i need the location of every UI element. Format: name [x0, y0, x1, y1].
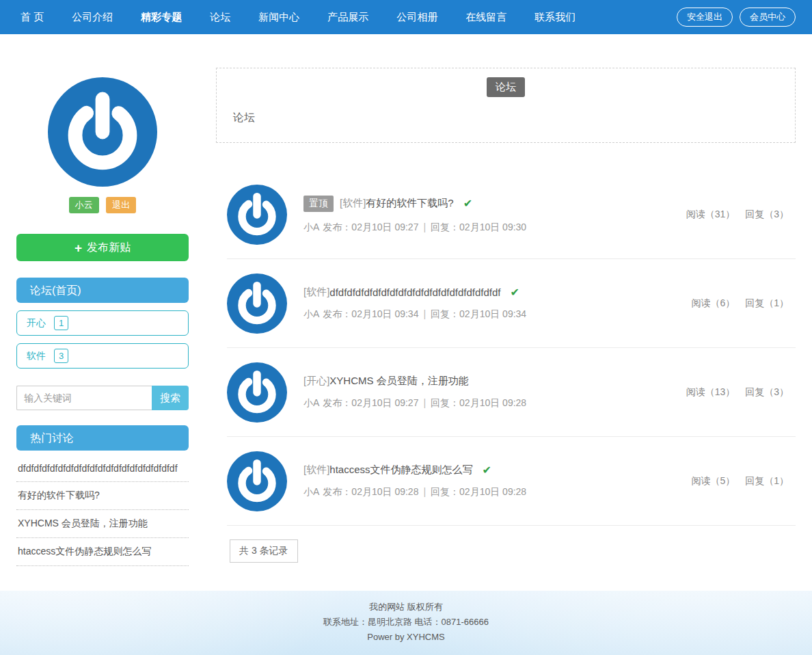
reply-count: 回复（1） — [745, 297, 789, 308]
category-list: 开心 1 软件 3 — [16, 310, 189, 369]
category-name: 软件 — [27, 350, 46, 362]
post-title-line: [开心] XYHCMS 会员登陆，注册功能 — [303, 375, 526, 388]
nav-menu: 首 页 公司介绍 精彩专题 论坛 新闻中心 产品展示 公司相册 在线留言 联系我… — [16, 11, 599, 24]
post-main: [软件] dfdfdfdfdfdfdfdfdfdfdfdfdfdfdfdfdfd… — [303, 286, 526, 321]
top-navbar: 首 页 公司介绍 精彩专题 论坛 新闻中心 产品展示 公司相册 在线留言 联系我… — [0, 0, 812, 34]
search-input[interactable] — [16, 386, 152, 410]
nav-menu-item[interactable]: 公司介绍 — [68, 11, 117, 24]
search-bar: 搜索 — [16, 386, 189, 410]
forum-post-row[interactable]: [开心] XYHCMS 会员登陆，注册功能 小A发布：02月10日 09:27|… — [227, 348, 796, 437]
nav-menu-item[interactable]: 公司相册 — [392, 11, 442, 24]
post-meta: 小A发布：02月10日 09:27|回复：02月10日 09:30 — [303, 222, 526, 234]
main-content: 论坛 论坛 置顶 [软件] 有好的软件下载吗? ✔ — [216, 68, 796, 563]
post-title-link[interactable]: htaccess文件伪静态规则怎么写 — [329, 464, 472, 477]
nav-menu-item[interactable]: 产品展示 — [323, 11, 373, 24]
post-stats: 阅读（6）回复（1） — [691, 297, 789, 310]
post-category: [软件] — [340, 197, 366, 210]
post-meta: 小A发布：02月10日 09:27|回复：02月10日 09:28 — [303, 397, 526, 410]
user-avatar-power-logo — [48, 77, 157, 187]
forum-post-row[interactable]: 置顶 [软件] 有好的软件下载吗? ✔ 小A发布：02月10日 09:27|回复… — [227, 170, 796, 259]
member-center-button[interactable]: 会员中心 — [740, 8, 796, 27]
post-category: [软件] — [303, 286, 329, 299]
reply-count: 回复（3） — [745, 209, 789, 219]
new-post-button-label: 发布新贴 — [87, 241, 131, 255]
page-content: 小云 退出 + 发布新贴 论坛(首页) 开心 1 软件 3 搜索 — [16, 34, 796, 566]
footer-line: 联系地址：昆明北京路 电话：0871-66666 — [0, 615, 812, 630]
category-count-badge: 1 — [54, 316, 68, 330]
forum-post-row[interactable]: [软件] dfdfdfdfdfdfdfdfdfdfdfdfdfdfdfdfdfd… — [227, 259, 796, 348]
category-item[interactable]: 开心 1 — [16, 310, 189, 336]
post-title-link[interactable]: XYHCMS 会员登陆，注册功能 — [329, 375, 468, 388]
sidebar: 小云 退出 + 发布新贴 论坛(首页) 开心 1 软件 3 搜索 — [16, 68, 189, 566]
post-stats: 阅读（5）回复（1） — [691, 475, 789, 487]
hot-topics-list: dfdfdfdfdfdfdfdfdfdfdfdfdfdfdfdfdfdfdfdf… — [16, 455, 189, 566]
read-count: 阅读（5） — [691, 475, 735, 486]
check-icon: ✔ — [483, 464, 491, 477]
post-title-link[interactable]: dfdfdfdfdfdfdfdfdfdfdfdfdfdfdfdfdfdfdfdf — [329, 286, 500, 298]
reply-count: 回复（1） — [745, 475, 789, 486]
post-title-line: [软件] dfdfdfdfdfdfdfdfdfdfdfdfdfdfdfdfdfd… — [303, 286, 526, 299]
user-badges: 小云 退出 — [16, 197, 189, 213]
hot-topic-item[interactable]: 有好的软件下载吗? — [16, 482, 189, 510]
reply-count: 回复（3） — [745, 386, 789, 397]
post-title-line: [软件] htaccess文件伪静态规则怎么写 ✔ — [303, 464, 526, 477]
hot-topic-item[interactable]: dfdfdfdfdfdfdfdfdfdfdfdfdfdfdfdfdfdfdfdf — [16, 455, 189, 482]
plus-icon: + — [75, 241, 82, 254]
nav-menu-item[interactable]: 精彩专题 — [137, 11, 186, 24]
meta-divider: | — [423, 486, 426, 497]
safe-logout-button[interactable]: 安全退出 — [677, 8, 733, 27]
post-main: [软件] htaccess文件伪静态规则怎么写 ✔ 小A发布：02月10日 09… — [303, 464, 526, 498]
new-post-button[interactable]: + 发布新贴 — [16, 234, 189, 261]
post-reply-time: 回复：02月10日 09:30 — [431, 222, 526, 232]
post-publish-time: 发布：02月10日 09:27 — [323, 397, 418, 408]
meta-divider: | — [423, 308, 426, 319]
logout-badge[interactable]: 退出 — [106, 197, 136, 213]
post-main: [开心] XYHCMS 会员登陆，注册功能 小A发布：02月10日 09:27|… — [303, 375, 526, 410]
post-meta: 小A发布：02月10日 09:28|回复：02月10日 09:28 — [303, 486, 526, 498]
username-badge[interactable]: 小云 — [69, 197, 99, 213]
post-author-avatar — [227, 362, 287, 423]
nav-menu-item[interactable]: 首 页 — [16, 11, 48, 24]
breadcrumb: 论坛 — [233, 111, 255, 125]
post-category: [开心] — [303, 375, 329, 388]
hot-topics-header: 热门讨论 — [16, 425, 189, 451]
category-name: 开心 — [27, 317, 46, 330]
nav-menu-item[interactable]: 新闻中心 — [254, 11, 303, 24]
post-reply-time: 回复：02月10日 09:28 — [431, 397, 526, 408]
nav-menu-item[interactable]: 论坛 — [206, 11, 234, 24]
post-publish-time: 发布：02月10日 09:34 — [323, 308, 418, 319]
post-reply-time: 回复：02月10日 09:28 — [431, 486, 526, 497]
category-item[interactable]: 软件 3 — [16, 343, 189, 369]
post-author: 小A — [303, 222, 319, 232]
post-main: 置顶 [软件] 有好的软件下载吗? ✔ 小A发布：02月10日 09:27|回复… — [303, 196, 526, 234]
post-title-line: 置顶 [软件] 有好的软件下载吗? ✔ — [303, 196, 526, 212]
post-title-link[interactable]: 有好的软件下载吗? — [366, 197, 453, 210]
footer-line: Power by XYHCMS — [0, 630, 812, 645]
post-publish-time: 发布：02月10日 09:27 — [323, 222, 418, 232]
read-count: 阅读（31） — [686, 209, 735, 219]
post-author: 小A — [303, 486, 319, 497]
nav-account-actions: 安全退出 会员中心 — [677, 8, 796, 27]
post-meta: 小A发布：02月10日 09:34|回复：02月10日 09:34 — [303, 308, 526, 321]
post-author: 小A — [303, 397, 319, 408]
post-reply-time: 回复：02月10日 09:34 — [431, 308, 526, 319]
nav-menu-item[interactable]: 在线留言 — [461, 11, 511, 24]
search-button[interactable]: 搜索 — [152, 386, 189, 410]
forum-post-row[interactable]: [软件] htaccess文件伪静态规则怎么写 ✔ 小A发布：02月10日 09… — [227, 437, 796, 526]
post-publish-time: 发布：02月10日 09:28 — [323, 486, 418, 497]
post-author: 小A — [303, 308, 319, 319]
meta-divider: | — [423, 222, 426, 232]
board-home-header[interactable]: 论坛(首页) — [16, 278, 189, 303]
post-stats: 阅读（31）回复（3） — [686, 209, 789, 221]
post-list: 置顶 [软件] 有好的软件下载吗? ✔ 小A发布：02月10日 09:27|回复… — [216, 170, 796, 526]
meta-divider: | — [423, 397, 426, 408]
hot-topic-item[interactable]: XYHCMS 会员登陆，注册功能 — [16, 510, 189, 538]
check-icon: ✔ — [463, 197, 472, 210]
post-author-avatar — [227, 185, 287, 245]
post-stats: 阅读（13）回复（3） — [686, 386, 789, 399]
read-count: 阅读（13） — [686, 386, 735, 397]
hot-topic-item[interactable]: htaccess文件伪静态规则怎么写 — [16, 538, 189, 566]
nav-menu-item[interactable]: 联系我们 — [530, 11, 580, 24]
post-category: [软件] — [303, 464, 329, 477]
pinned-badge: 置顶 — [303, 196, 334, 212]
